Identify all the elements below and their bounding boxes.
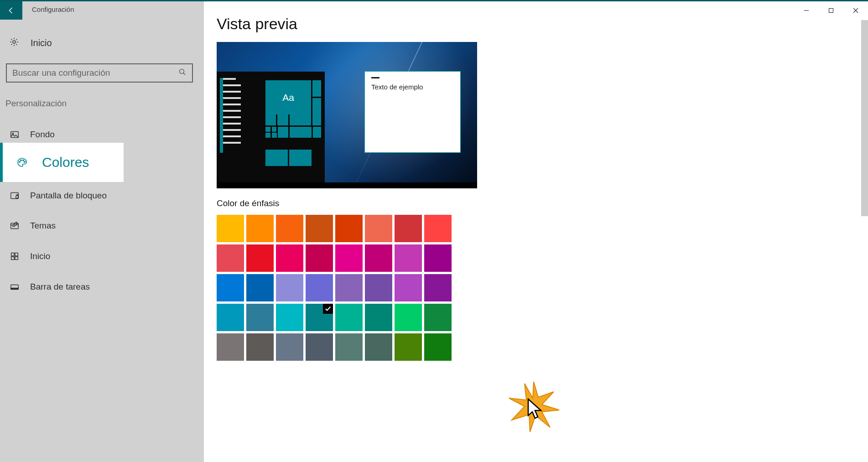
color-swatch[interactable] xyxy=(395,333,422,361)
color-swatch[interactable] xyxy=(365,333,392,361)
sidebar-item-temas[interactable]: Temas xyxy=(0,213,204,238)
svg-rect-14 xyxy=(15,257,18,260)
start-icon xyxy=(9,251,20,262)
color-swatch[interactable] xyxy=(306,274,333,301)
color-swatch[interactable] xyxy=(424,274,452,301)
color-swatch[interactable] xyxy=(365,274,392,301)
sidebar-item-colores[interactable]: Colores xyxy=(0,143,124,182)
color-swatch[interactable] xyxy=(217,244,244,272)
color-swatch[interactable] xyxy=(395,304,422,331)
image-icon xyxy=(9,129,20,140)
svg-rect-12 xyxy=(15,253,18,256)
settings-sidebar: Configuración Inicio Buscar una configur… xyxy=(0,1,204,462)
color-swatch[interactable] xyxy=(365,215,392,242)
color-swatch[interactable] xyxy=(395,215,422,242)
themes-icon xyxy=(9,220,20,231)
svg-point-4 xyxy=(19,161,21,163)
maximize-button[interactable] xyxy=(819,1,843,20)
svg-rect-11 xyxy=(11,253,14,256)
color-swatch[interactable] xyxy=(335,244,363,272)
color-swatch[interactable] xyxy=(246,215,274,242)
color-swatch[interactable] xyxy=(276,274,303,301)
svg-point-7 xyxy=(24,161,26,163)
color-swatch[interactable] xyxy=(276,244,303,272)
svg-point-6 xyxy=(23,160,24,161)
color-swatch[interactable] xyxy=(217,304,244,331)
color-swatch[interactable] xyxy=(335,333,363,361)
gear-icon xyxy=(9,37,19,49)
lock-screen-icon xyxy=(9,190,20,201)
svg-point-0 xyxy=(13,41,16,43)
color-swatch[interactable] xyxy=(217,215,244,242)
scrollbar-thumb[interactable] xyxy=(861,20,868,216)
svg-rect-17 xyxy=(829,9,833,13)
color-swatch[interactable] xyxy=(424,304,452,331)
home-label: Inicio xyxy=(31,38,52,48)
search-input[interactable]: Buscar una configuración xyxy=(6,63,193,83)
color-swatch[interactable] xyxy=(217,274,244,301)
sidebar-item-label: Temas xyxy=(30,221,56,231)
color-swatch[interactable] xyxy=(306,215,333,242)
palette-icon xyxy=(16,157,27,168)
section-heading: Personalización xyxy=(5,99,67,109)
taskbar-icon xyxy=(9,281,20,292)
window-title: Configuración xyxy=(32,5,74,13)
color-swatch[interactable] xyxy=(246,304,274,331)
preview-window: Texto de ejemplo xyxy=(364,71,461,153)
preview-heading: Vista previa xyxy=(217,15,667,33)
scrollbar-track[interactable] xyxy=(861,1,868,462)
color-swatch[interactable] xyxy=(335,304,363,331)
svg-rect-9 xyxy=(16,196,19,198)
search-icon xyxy=(178,68,187,78)
sidebar-item-inicio[interactable]: Inicio xyxy=(0,244,204,269)
sidebar-item-bloqueo[interactable]: Pantalla de bloqueo xyxy=(0,183,204,208)
color-swatch[interactable] xyxy=(246,244,274,272)
color-swatch[interactable] xyxy=(276,215,303,242)
color-swatch[interactable] xyxy=(276,333,303,361)
home-nav[interactable]: Inicio xyxy=(9,37,52,49)
sidebar-item-label: Fondo xyxy=(30,130,55,140)
color-swatch[interactable] xyxy=(424,333,452,361)
color-swatch[interactable] xyxy=(306,304,333,331)
search-placeholder: Buscar una configuración xyxy=(12,68,178,78)
sidebar-item-label: Inicio xyxy=(30,251,50,261)
color-swatch[interactable] xyxy=(335,215,363,242)
svg-rect-16 xyxy=(11,288,19,290)
content-panel: Vista previa Aa xyxy=(204,1,680,462)
svg-point-5 xyxy=(21,160,22,161)
check-icon xyxy=(323,304,333,314)
sidebar-item-barra[interactable]: Barra de tareas xyxy=(0,275,204,299)
color-swatch[interactable] xyxy=(306,244,333,272)
color-swatch[interactable] xyxy=(424,215,452,242)
color-swatch[interactable] xyxy=(365,304,392,331)
theme-preview: Aa Texto de ejemplo xyxy=(217,42,477,188)
minimize-button[interactable] xyxy=(794,1,819,20)
color-swatch[interactable] xyxy=(246,333,274,361)
sidebar-item-label: Pantalla de bloqueo xyxy=(30,191,107,201)
sidebar-item-label: Colores xyxy=(42,155,89,170)
color-swatch[interactable] xyxy=(395,244,422,272)
color-swatch[interactable] xyxy=(335,274,363,301)
back-button[interactable] xyxy=(0,1,22,20)
color-swatch[interactable] xyxy=(306,333,333,361)
color-swatch[interactable] xyxy=(276,304,303,331)
svg-point-1 xyxy=(180,69,184,74)
arrow-left-icon xyxy=(7,6,16,15)
sidebar-item-label: Barra de tareas xyxy=(30,282,90,292)
color-swatch[interactable] xyxy=(365,244,392,272)
accent-color-grid xyxy=(217,215,454,361)
color-swatch[interactable] xyxy=(217,333,244,361)
accent-heading: Color de énfasis xyxy=(217,198,667,208)
window-chrome-area xyxy=(680,1,868,462)
color-swatch[interactable] xyxy=(424,244,452,272)
preview-sample-text: Texto de ejemplo xyxy=(371,83,454,91)
svg-rect-13 xyxy=(11,257,14,260)
color-swatch[interactable] xyxy=(246,274,274,301)
color-swatch[interactable] xyxy=(395,274,422,301)
